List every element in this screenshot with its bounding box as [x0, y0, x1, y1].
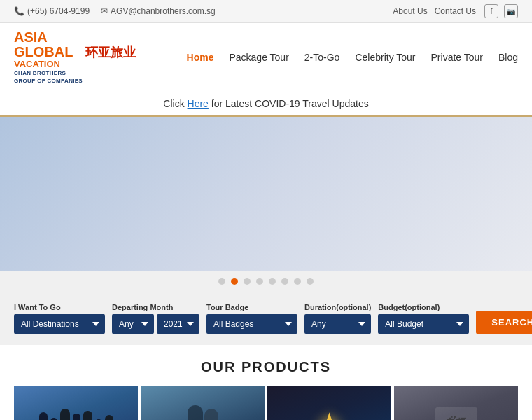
product-celebrity-bg: ★: [267, 386, 391, 420]
about-us-link[interactable]: About Us: [393, 6, 427, 16]
product-customise[interactable]: 🗺 CUSTOMISE MY TRIP: [394, 386, 518, 420]
month-select[interactable]: Any: [112, 314, 154, 334]
nav-private-tour[interactable]: Private Tour: [431, 52, 483, 63]
search-button[interactable]: SEARCH: [476, 311, 532, 334]
header: ASIA GLOBAL VACATION CHAN BROTHERS GROUP…: [0, 23, 532, 92]
dot-7[interactable]: [294, 278, 301, 285]
instagram-icon[interactable]: 📷: [504, 4, 518, 18]
covid-text-after: for Latest COVID-19 Travel Updates: [209, 98, 369, 109]
dot-8[interactable]: [307, 278, 314, 285]
products-section: OUR PRODUCTS PACKAGE TOUR: [0, 345, 532, 420]
duration-field: Duration(optional) Any: [304, 303, 371, 334]
email-address: AGV@chanbrothers.com.sg: [111, 6, 216, 16]
nav-home[interactable]: Home: [187, 52, 214, 63]
logo-company2: GROUP OF COMPANIES: [14, 78, 83, 85]
main-nav: Home Package Tour 2-To-Go Celebrity Tour…: [187, 52, 518, 63]
product-package-bg: [14, 386, 138, 420]
email-info: ✉ AGV@chanbrothers.com.sg: [101, 6, 216, 16]
nav-2togo[interactable]: 2-To-Go: [304, 52, 340, 63]
top-bar-right: About Us Contact Us f 📷: [393, 4, 518, 18]
logo-text: ASIA GLOBAL VACATION CHAN BROTHERS GROUP…: [14, 30, 136, 85]
celebrity-star-icon: ★: [314, 405, 344, 420]
year-select[interactable]: 2021: [157, 314, 200, 334]
top-bar: 📞 (+65) 6704-9199 ✉ AGV@chanbrothers.com…: [0, 0, 532, 23]
contact-us-link[interactable]: Contact Us: [435, 6, 476, 16]
phone-number: (+65) 6704-9199: [27, 6, 90, 16]
badge-select[interactable]: All Badges: [206, 314, 298, 334]
email-icon: ✉: [101, 6, 108, 16]
logo-asia: ASIA: [14, 30, 48, 44]
hero-slider[interactable]: [0, 117, 532, 271]
covid-text-before: Click: [163, 98, 187, 109]
destination-select[interactable]: All Destinations: [14, 314, 105, 334]
duration-select[interactable]: Any: [304, 314, 371, 334]
products-grid: PACKAGE TOUR 2-TO-GO ★ CELEBRITY TOUR: [14, 386, 518, 420]
product-celebrity-tour[interactable]: ★ CELEBRITY TOUR: [267, 386, 391, 420]
hero-background: [0, 117, 532, 271]
search-section: I Want To Go All Destinations Departing …: [0, 292, 532, 345]
departing-field: Departing Month Any 2021: [112, 303, 200, 334]
facebook-icon[interactable]: f: [484, 4, 498, 18]
slider-dots[interactable]: [0, 271, 532, 292]
departing-group: Any 2021: [112, 314, 200, 334]
product-package-tour[interactable]: PACKAGE TOUR: [14, 386, 138, 420]
logo-vacation: VACATION: [14, 59, 83, 69]
destination-field: I Want To Go All Destinations: [14, 303, 105, 334]
covid-link[interactable]: Here: [188, 98, 209, 109]
budget-label: Budget(optional): [378, 303, 469, 312]
logo-chinese: 环亚旅业: [85, 44, 136, 61]
dot-5[interactable]: [269, 278, 276, 285]
destination-label: I Want To Go: [14, 303, 105, 312]
dot-4[interactable]: [256, 278, 263, 285]
product-customise-bg: 🗺: [394, 386, 518, 420]
departing-label: Departing Month: [112, 303, 200, 312]
covid-banner: Click Here for Latest COVID-19 Travel Up…: [0, 92, 532, 117]
top-links[interactable]: About Us Contact Us: [393, 6, 476, 16]
dot-6[interactable]: [281, 278, 288, 285]
nav-blog[interactable]: Blog: [498, 52, 518, 63]
social-icons[interactable]: f 📷: [484, 4, 518, 18]
product-2togo-bg: [141, 386, 265, 420]
dot-3[interactable]: [244, 278, 251, 285]
budget-field: Budget(optional) All Budget: [378, 303, 469, 334]
dot-2[interactable]: [231, 278, 238, 285]
phone-icon: 📞: [14, 6, 24, 16]
budget-select[interactable]: All Budget: [378, 314, 469, 334]
logo-company1: CHAN BROTHERS: [14, 71, 83, 77]
products-title: OUR PRODUCTS: [14, 359, 518, 375]
logo-main-line: ASIA: [14, 30, 136, 44]
search-row: I Want To Go All Destinations Departing …: [14, 303, 518, 334]
nav-package-tour[interactable]: Package Tour: [229, 52, 288, 63]
logo-global: GLOBAL: [14, 44, 83, 59]
logo[interactable]: ASIA GLOBAL VACATION CHAN BROTHERS GROUP…: [14, 30, 136, 85]
dot-1[interactable]: [218, 278, 225, 285]
badge-label: Tour Badge: [206, 303, 298, 312]
product-2togo[interactable]: 2-TO-GO: [141, 386, 265, 420]
badge-field: Tour Badge All Badges: [206, 303, 298, 334]
nav-celebrity-tour[interactable]: Celebrity Tour: [355, 52, 415, 63]
phone-info: 📞 (+65) 6704-9199: [14, 6, 90, 16]
duration-label: Duration(optional): [304, 303, 371, 312]
top-bar-left: 📞 (+65) 6704-9199 ✉ AGV@chanbrothers.com…: [14, 6, 216, 16]
